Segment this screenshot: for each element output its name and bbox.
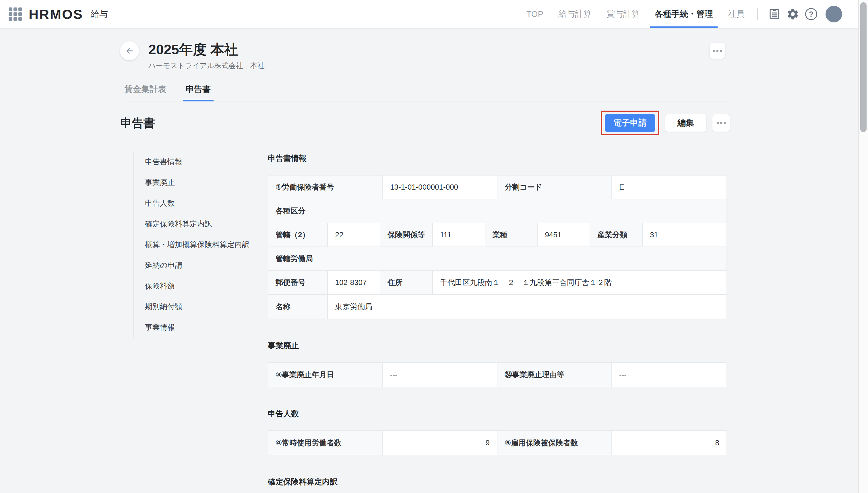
value-closure-reason: ---: [612, 363, 727, 387]
section-sidebar: 申告書情報 事業廃止 申告人数 確定保険料算定内訳 概算・増加概算保険料算定内訳…: [134, 151, 268, 493]
headcount-table: ④常時使用労働者数 9 ⑤雇用保険被保険者数 8: [268, 430, 727, 455]
sidebar-item-declaration-info[interactable]: 申告書情報: [134, 151, 268, 172]
tasks-board-icon[interactable]: [765, 5, 784, 23]
declaration-info-table: ①労働保険者番号 13-1-01-000001-000 分割コード E 各種区分…: [268, 175, 727, 319]
page-more-button[interactable]: [710, 43, 725, 59]
toolbar-more-button[interactable]: [712, 114, 730, 132]
value-jurisdiction: 22: [328, 223, 380, 246]
nav-item-procedures[interactable]: 各種手続・管理: [647, 0, 721, 28]
value-address: 千代田区九段南１－２－１九段第三合同庁舎１２階: [433, 271, 727, 294]
sidebar-item-business-closure[interactable]: 事業廃止: [134, 172, 268, 193]
sidebar-item-deferred-payment[interactable]: 延納の申請: [134, 255, 268, 276]
table-row: 郵便番号 102-8307 住所 千代田区九段南１－２－１九段第三合同庁舎１２階: [268, 271, 727, 295]
scrollbar-thumb[interactable]: [860, 2, 867, 132]
nav-item-bonus[interactable]: 賞与計算: [599, 0, 647, 28]
section-heading: 事業廃止: [268, 340, 727, 351]
nav-item-employees[interactable]: 社員: [721, 0, 752, 28]
top-nav: TOP 給与計算 賞与計算 各種手続・管理 社員 ?: [519, 0, 842, 28]
label-jurisdiction: 管轄（2）: [268, 223, 328, 246]
subheader-labor-bureau: 管轄労働局: [268, 247, 727, 270]
table-subheader-row: 各種区分: [268, 199, 727, 223]
table-row: ③事業廃止年月日 --- ㉔事業廃止理由等 ---: [268, 363, 727, 387]
value-postal-code: 102-8307: [328, 271, 380, 294]
section-title: 申告書: [120, 115, 155, 131]
table-row: ①労働保険者番号 13-1-01-000001-000 分割コード E: [268, 175, 727, 199]
subheader-category: 各種区分: [268, 199, 727, 223]
label-bureau-name: 名称: [268, 295, 328, 319]
value-insured-employees: 8: [612, 431, 727, 455]
section-heading: 申告人数: [268, 409, 727, 419]
sidebar-item-premium-amount[interactable]: 保険料額: [134, 276, 268, 296]
section-final-premium-breakdown: 確定保険料算定内訳: [268, 477, 727, 493]
page-subtitle: ハーモストライアル株式会社 本社: [149, 61, 730, 70]
brand: HRMOS 給与: [8, 6, 108, 22]
page-body: 2025年度 本社 ハーモストライアル株式会社 本社 賃金集計表 申告書 申告書…: [0, 29, 858, 493]
value-bureau-name: 東京労働局: [328, 295, 727, 319]
business-closure-table: ③事業廃止年月日 --- ㉔事業廃止理由等 ---: [268, 362, 727, 387]
section-declared-headcount: 申告人数 ④常時使用労働者数 9 ⑤雇用保険被保険者数 8: [268, 409, 727, 455]
nav-item-top[interactable]: TOP: [519, 0, 551, 28]
label-closure-date: ③事業廃止年月日: [268, 363, 383, 387]
more-icon: [713, 50, 722, 52]
top-bar: HRMOS 給与 TOP 給与計算 賞与計算 各種手続・管理 社員 ?: [0, 0, 858, 29]
toolbar-actions: 電子申請 編集: [601, 111, 730, 135]
section-toolbar: 申告書 電子申請 編集: [120, 111, 730, 135]
value-closure-date: ---: [383, 363, 498, 387]
page-titles: 2025年度 本社 ハーモストライアル株式会社 本社: [149, 41, 730, 70]
value-split-code: E: [612, 175, 727, 199]
section-declaration-info: 申告書情報 ①労働保険者番号 13-1-01-000001-000 分割コード …: [268, 153, 727, 319]
page-title: 2025年度 本社: [149, 41, 730, 58]
label-industry-classification: 産業分類: [590, 223, 643, 246]
table-subheader-row: 管轄労働局: [268, 247, 727, 271]
content-area: 申告書情報 事業廃止 申告人数 確定保険料算定内訳 概算・増加概算保険料算定内訳…: [134, 151, 727, 493]
help-icon[interactable]: ?: [802, 5, 820, 23]
nav-divider: [757, 8, 758, 20]
edit-button[interactable]: 編集: [665, 114, 706, 132]
section-business-closure: 事業廃止 ③事業廃止年月日 --- ㉔事業廃止理由等 ---: [268, 340, 727, 387]
product-name: 給与: [91, 8, 108, 20]
arrow-left-icon: [124, 46, 134, 56]
detail-panel: 申告書情報 ①労働保険者番号 13-1-01-000001-000 分割コード …: [268, 151, 727, 493]
app-grid-icon[interactable]: [8, 7, 22, 21]
tab-declaration[interactable]: 申告書: [184, 84, 212, 101]
settings-gear-icon[interactable]: [784, 5, 802, 23]
sidebar-item-installment-amount[interactable]: 期別納付額: [134, 296, 268, 317]
value-insurance-relation: 111: [433, 223, 485, 246]
vertical-scrollbar: [858, 0, 868, 493]
label-split-code: 分割コード: [498, 175, 612, 199]
sidebar-item-estimated-premium-breakdown[interactable]: 概算・増加概算保険料算定内訳: [134, 234, 268, 255]
more-icon: [717, 122, 726, 124]
tab-bar: 賃金集計表 申告書: [123, 84, 730, 102]
section-heading: 申告書情報: [268, 153, 727, 164]
label-insured-employees: ⑤雇用保険被保険者数: [498, 431, 612, 455]
value-industry: 9451: [538, 223, 590, 246]
tab-wage-summary[interactable]: 賃金集計表: [123, 84, 168, 101]
label-regular-workers: ④常時使用労働者数: [268, 431, 383, 455]
sidebar-item-declared-headcount[interactable]: 申告人数: [134, 193, 268, 213]
label-postal-code: 郵便番号: [268, 271, 328, 294]
e-submit-button[interactable]: 電子申請: [605, 114, 655, 132]
section-heading: 確定保険料算定内訳: [268, 477, 727, 487]
annotation-highlight-box: 電子申請: [601, 111, 659, 135]
nav-item-payroll[interactable]: 給与計算: [551, 0, 599, 28]
back-button[interactable]: [120, 41, 139, 60]
page-header: 2025年度 本社 ハーモストライアル株式会社 本社: [120, 41, 730, 70]
value-labor-insurance-number: 13-1-01-000001-000: [383, 175, 498, 199]
label-closure-reason: ㉔事業廃止理由等: [498, 363, 612, 387]
label-industry: 業種: [485, 223, 538, 246]
hrmos-logo: HRMOS: [29, 6, 83, 22]
sidebar-item-final-premium-breakdown[interactable]: 確定保険料算定内訳: [134, 213, 268, 234]
value-industry-classification: 31: [643, 223, 725, 246]
table-row: 名称 東京労働局: [268, 295, 727, 319]
label-address: 住所: [380, 271, 433, 294]
label-labor-insurance-number: ①労働保険者番号: [268, 175, 383, 199]
user-avatar[interactable]: [825, 6, 842, 22]
label-insurance-relation: 保険関係等: [380, 223, 433, 246]
value-regular-workers: 9: [383, 431, 498, 455]
sidebar-item-business-info[interactable]: 事業情報: [134, 317, 268, 338]
table-row: ④常時使用労働者数 9 ⑤雇用保険被保険者数 8: [268, 431, 727, 455]
table-row: 管轄（2） 22 保険関係等 111 業種 9451 産業分類 31: [268, 223, 727, 247]
